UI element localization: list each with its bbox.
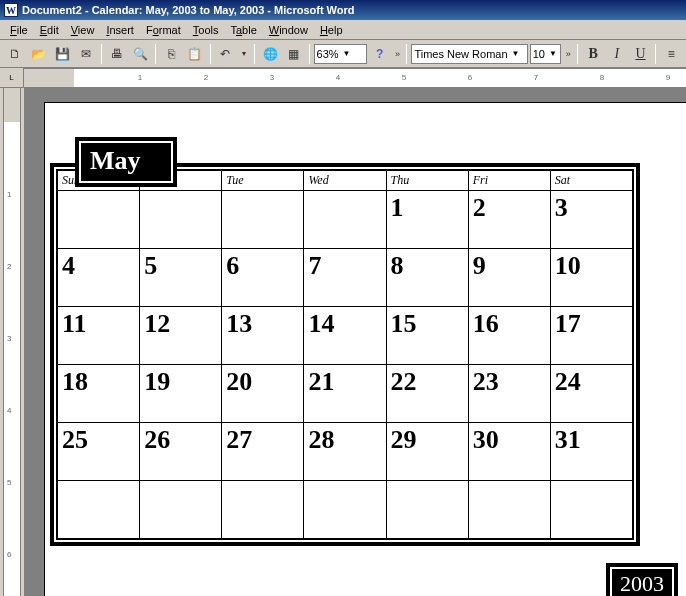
calendar-cell[interactable]: 26 xyxy=(140,423,222,481)
tab-selector[interactable]: L xyxy=(0,68,24,88)
open-button[interactable]: 📂 xyxy=(28,43,50,65)
calendar-cell[interactable]: 8 xyxy=(386,249,468,307)
calendar-cell[interactable] xyxy=(468,481,550,539)
calendar-cell[interactable]: 29 xyxy=(386,423,468,481)
vruler-mark: 3 xyxy=(7,334,11,343)
calendar-cell[interactable]: 16 xyxy=(468,307,550,365)
calendar-cell[interactable]: 12 xyxy=(140,307,222,365)
menu-help[interactable]: Help xyxy=(314,22,349,38)
calendar-cell[interactable] xyxy=(222,481,304,539)
window-title: Document2 - Calendar: May, 2003 to May, … xyxy=(22,4,355,16)
chevron-down-icon: ▼ xyxy=(343,49,351,58)
calendar-cell[interactable]: 14 xyxy=(304,307,386,365)
menu-file[interactable]: File xyxy=(4,22,34,38)
calendar-cell[interactable]: 13 xyxy=(222,307,304,365)
calendar-cell[interactable] xyxy=(58,191,140,249)
calendar-cell[interactable]: 4 xyxy=(58,249,140,307)
calendar-cell[interactable]: 20 xyxy=(222,365,304,423)
hruler-mark: 4 xyxy=(336,73,340,82)
hyperlink-button[interactable]: 🌐 xyxy=(259,43,281,65)
new-doc-button[interactable]: 🗋 xyxy=(4,43,26,65)
help-button[interactable]: ? xyxy=(369,43,391,65)
calendar-row xyxy=(58,481,633,539)
align-left-button[interactable]: ≡ xyxy=(660,43,682,65)
calendar-cell[interactable]: 9 xyxy=(468,249,550,307)
calendar-cell[interactable]: 22 xyxy=(386,365,468,423)
scroll-area[interactable]: May Sun Mon Tue Wed Thu Fri xyxy=(24,88,686,596)
menu-insert[interactable]: Insert xyxy=(100,22,140,38)
calendar-cell[interactable]: 21 xyxy=(304,365,386,423)
calendar-cell[interactable] xyxy=(304,481,386,539)
print-preview-button[interactable]: 🔍 xyxy=(130,43,152,65)
horizontal-ruler[interactable]: 123456789 xyxy=(24,68,686,88)
font-size-combo[interactable]: 10 ▼ xyxy=(530,44,562,64)
paste-button[interactable]: 📋 xyxy=(184,43,206,65)
calendar-cell[interactable] xyxy=(222,191,304,249)
toolbar-options[interactable]: » xyxy=(563,43,573,65)
year-label-box[interactable]: 2003 xyxy=(606,563,678,596)
hruler-mark: 1 xyxy=(138,73,142,82)
vruler-mark: 4 xyxy=(7,406,11,415)
underline-button[interactable]: U xyxy=(630,43,652,65)
calendar-cell[interactable]: 2 xyxy=(468,191,550,249)
calendar-cell[interactable]: 25 xyxy=(58,423,140,481)
calendar-cell[interactable]: 1 xyxy=(386,191,468,249)
menu-tools[interactable]: Tools xyxy=(187,22,225,38)
chevron-down-icon: ▼ xyxy=(549,49,557,58)
print-button[interactable]: 🖶 xyxy=(106,43,128,65)
redo-dropdown[interactable]: ▾ xyxy=(238,43,250,65)
copy-button[interactable]: ⎘ xyxy=(160,43,182,65)
calendar-cell[interactable]: 30 xyxy=(468,423,550,481)
tables-borders-button[interactable]: ▦ xyxy=(283,43,305,65)
bold-button[interactable]: B xyxy=(582,43,604,65)
calendar-cell[interactable]: 10 xyxy=(550,249,632,307)
calendar-cell[interactable]: 15 xyxy=(386,307,468,365)
menu-bar: File Edit View Insert Format Tools Table… xyxy=(0,20,686,40)
save-button[interactable]: 💾 xyxy=(51,43,73,65)
calendar-cell[interactable]: 3 xyxy=(550,191,632,249)
chevron-down-icon: ▼ xyxy=(512,49,520,58)
menu-window[interactable]: Window xyxy=(263,22,314,38)
calendar-frame[interactable]: Sun Mon Tue Wed Thu Fri Sat 123456789101… xyxy=(50,163,640,546)
hruler-mark: 6 xyxy=(468,73,472,82)
font-combo[interactable]: Times New Roman ▼ xyxy=(411,44,527,64)
hruler-mark: 9 xyxy=(666,73,670,82)
calendar-cell[interactable]: 11 xyxy=(58,307,140,365)
italic-button[interactable]: I xyxy=(606,43,628,65)
toolbar-options[interactable]: » xyxy=(393,43,403,65)
hruler-mark: 2 xyxy=(204,73,208,82)
menu-view[interactable]: View xyxy=(65,22,101,38)
calendar-cell[interactable]: 7 xyxy=(304,249,386,307)
calendar-cell[interactable] xyxy=(386,481,468,539)
calendar-cell[interactable]: 28 xyxy=(304,423,386,481)
page[interactable]: May Sun Mon Tue Wed Thu Fri xyxy=(44,102,686,596)
calendar-cell[interactable]: 27 xyxy=(222,423,304,481)
hruler-mark: 8 xyxy=(600,73,604,82)
title-bar: W Document2 - Calendar: May, 2003 to May… xyxy=(0,0,686,20)
menu-table[interactable]: Table xyxy=(224,22,262,38)
calendar-cell[interactable]: 18 xyxy=(58,365,140,423)
calendar-cell[interactable] xyxy=(58,481,140,539)
calendar-row: 18192021222324 xyxy=(58,365,633,423)
calendar-cell[interactable] xyxy=(140,481,222,539)
calendar-cell[interactable] xyxy=(304,191,386,249)
zoom-combo[interactable]: 63% ▼ xyxy=(314,44,367,64)
calendar-cell[interactable]: 17 xyxy=(550,307,632,365)
undo-button[interactable]: ↶ xyxy=(215,43,237,65)
vertical-ruler-wrap: 123456 xyxy=(0,88,24,596)
calendar-cell[interactable]: 5 xyxy=(140,249,222,307)
calendar-cell[interactable] xyxy=(140,191,222,249)
calendar-cell[interactable]: 19 xyxy=(140,365,222,423)
email-button[interactable]: ✉ xyxy=(75,43,97,65)
calendar-cell[interactable]: 6 xyxy=(222,249,304,307)
vruler-mark: 2 xyxy=(7,262,11,271)
calendar-cell[interactable]: 23 xyxy=(468,365,550,423)
calendar-cell[interactable]: 24 xyxy=(550,365,632,423)
month-label-box[interactable]: May xyxy=(75,137,177,187)
menu-format[interactable]: Format xyxy=(140,22,187,38)
vertical-ruler[interactable]: 123456 xyxy=(3,88,21,596)
calendar-cell[interactable] xyxy=(550,481,632,539)
calendar-cell[interactable]: 31 xyxy=(550,423,632,481)
menu-edit[interactable]: Edit xyxy=(34,22,65,38)
day-header: Fri xyxy=(468,171,550,191)
